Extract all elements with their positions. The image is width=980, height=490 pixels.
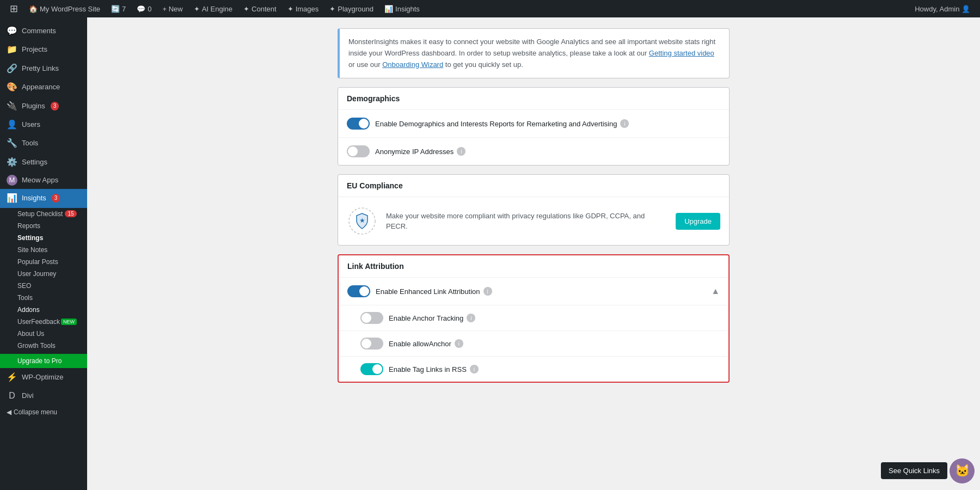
see-quick-links-button[interactable]: See Quick Links xyxy=(881,462,947,479)
svg-text:★: ★ xyxy=(359,217,365,224)
compliance-description: Make your website more compliant with pr… xyxy=(386,211,667,232)
link-attribution-collapse-arrow[interactable]: ▲ xyxy=(711,286,720,296)
allow-anchor-info-icon[interactable]: i xyxy=(455,339,463,348)
submenu-popular-posts[interactable]: Popular Posts xyxy=(0,256,87,268)
sidebar-item-tools[interactable]: 🔧 Tools xyxy=(0,134,87,152)
sidebar-item-comments[interactable]: 💬 Comments xyxy=(0,22,87,40)
eu-compliance-header: EU Compliance xyxy=(338,175,729,197)
plugins-badge: 3 xyxy=(51,102,59,111)
link-attribution-sub-row-2: Enable Tag Links in RSS i xyxy=(339,357,728,382)
admin-bar: ⊞ 🏠 My WordPress Site 🔄 7 💬 0 + New ✦ AI… xyxy=(0,0,980,17)
sidebar-item-settings[interactable]: ⚙️ Settings xyxy=(0,153,87,171)
adminbar-howdy[interactable]: Howdy, Admin 👤 xyxy=(910,5,975,13)
adminbar-content[interactable]: ✦ Content xyxy=(239,0,281,17)
sidebar-item-divi[interactable]: D Divi xyxy=(0,387,87,405)
insights-icon: 📊 xyxy=(384,5,393,13)
adminbar-ai-engine[interactable]: ✦ AI Engine xyxy=(189,0,237,17)
adminbar-new[interactable]: + New xyxy=(158,0,187,17)
sidebar-item-users[interactable]: 👤 Users xyxy=(0,115,87,134)
enable-allow-anchor-toggle[interactable] xyxy=(360,338,383,350)
settings-icon: ⚙️ xyxy=(7,156,17,168)
demographics-row-0: Enable Demographics and Interests Report… xyxy=(338,110,729,138)
setup-checklist-badge: 15 xyxy=(65,210,76,217)
demographics-header: Demographics xyxy=(338,88,729,110)
submenu-userfeedback[interactable]: UserFeedback NEW xyxy=(0,316,87,328)
submenu-reports[interactable]: Reports xyxy=(0,220,87,232)
adminbar-insights[interactable]: 📊 Insights xyxy=(380,0,424,17)
updates-icon: 🔄 xyxy=(111,5,120,13)
wp-logo[interactable]: ⊞ xyxy=(5,3,22,15)
plugins-icon: 🔌 xyxy=(7,100,17,112)
toggle-knob xyxy=(359,119,369,128)
enable-tag-links-rss-toggle[interactable] xyxy=(360,363,383,375)
submenu-about-us[interactable]: About Us xyxy=(0,328,87,340)
enable-demographics-toggle[interactable] xyxy=(347,118,370,130)
submenu-seo[interactable]: SEO xyxy=(0,280,87,292)
toggle-knob-2 xyxy=(348,146,358,156)
pretty-links-icon: 🔗 xyxy=(7,63,17,75)
divi-icon: D xyxy=(7,390,17,402)
submenu-setup-checklist[interactable]: Setup Checklist 15 xyxy=(0,208,87,220)
submenu-growth-tools[interactable]: Growth Tools xyxy=(0,340,87,352)
submenu-user-journey[interactable]: User Journey xyxy=(0,268,87,280)
onboarding-wizard-link[interactable]: Onboarding Wizard xyxy=(382,60,443,69)
images-icon: ✦ xyxy=(287,5,293,13)
getting-started-link[interactable]: Getting started video xyxy=(649,49,714,57)
adminbar-comments[interactable]: 💬 0 xyxy=(132,0,156,17)
users-icon: 👤 xyxy=(7,119,17,131)
eu-compliance-upgrade-button[interactable]: Upgrade xyxy=(676,213,720,230)
toggle-knob-allow-anchor xyxy=(362,339,371,348)
upgrade-to-pro-button[interactable]: Upgrade to Pro xyxy=(0,354,87,368)
link-attribution-sub-row-0: Enable Anchor Tracking i xyxy=(339,305,728,331)
userfeedback-new-badge: NEW xyxy=(61,318,77,325)
wp-optimize-icon: ⚡ xyxy=(7,371,17,383)
sidebar-item-appearance[interactable]: 🎨 Appearance xyxy=(0,78,87,96)
site-icon: 🏠 xyxy=(29,5,38,13)
toggle-knob-anchor xyxy=(362,313,371,323)
admin-avatar-icon: 👤 xyxy=(961,5,970,13)
link-attribution-section: Link Attribution Enable Enhanced Link At… xyxy=(338,254,730,383)
submenu-site-notes[interactable]: Site Notes xyxy=(0,244,87,256)
link-attribution-info-icon[interactable]: i xyxy=(483,287,492,296)
anonymize-ip-info-icon[interactable]: i xyxy=(457,147,465,156)
content-icon: ✦ xyxy=(243,5,249,13)
sidebar-item-meow-apps[interactable]: M Meow Apps xyxy=(0,171,87,189)
demographics-section: Demographics Enable Demographics and Int… xyxy=(338,87,730,166)
sidebar-item-plugins[interactable]: 🔌 Plugins 3 xyxy=(0,97,87,115)
demographics-row-1: Anonymize IP Addresses i xyxy=(338,138,729,165)
anchor-tracking-info-icon[interactable]: i xyxy=(467,314,475,322)
enable-anchor-tracking-toggle[interactable] xyxy=(360,312,383,324)
quick-links-avatar[interactable]: 🐱 xyxy=(950,458,975,483)
wp-wrap: 💬 Comments 📁 Projects 🔗 Pretty Links 🎨 A… xyxy=(0,0,980,490)
sidebar-item-projects[interactable]: 📁 Projects xyxy=(0,40,87,59)
admin-menu: 💬 Comments 📁 Projects 🔗 Pretty Links 🎨 A… xyxy=(0,17,87,490)
link-attribution-sub-row-1: Enable allowAnchor i xyxy=(339,331,728,357)
comment-icon: 💬 xyxy=(137,5,145,13)
projects-icon: 📁 xyxy=(7,44,17,56)
compliance-shield-icon: ★ xyxy=(347,206,377,236)
intro-box: MonsterInsights makes it easy to connect… xyxy=(338,28,730,78)
sidebar-item-insights[interactable]: 📊 Insights 3 xyxy=(0,189,87,207)
adminbar-images[interactable]: ✦ Images xyxy=(283,0,323,17)
demographics-info-icon[interactable]: i xyxy=(620,119,629,128)
adminbar-playground[interactable]: ✦ Playground xyxy=(325,0,378,17)
submenu-addons[interactable]: Addons xyxy=(0,304,87,316)
submenu-settings[interactable]: Settings xyxy=(0,232,87,244)
tag-links-rss-info-icon[interactable]: i xyxy=(470,365,479,373)
submenu-tools[interactable]: Tools xyxy=(0,292,87,304)
eu-compliance-inner: ★ Make your website more compliant with … xyxy=(338,197,729,245)
toggle-knob-tag-links xyxy=(372,364,382,374)
anonymize-ip-toggle[interactable] xyxy=(347,145,370,157)
collapse-menu-button[interactable]: ◀ Collapse menu xyxy=(0,405,87,419)
adminbar-updates[interactable]: 🔄 7 xyxy=(107,0,130,17)
enable-link-attribution-toggle[interactable] xyxy=(347,285,370,297)
playground-icon: ✦ xyxy=(329,5,335,13)
sidebar-item-pretty-links[interactable]: 🔗 Pretty Links xyxy=(0,59,87,78)
adminbar-site[interactable]: 🏠 My WordPress Site xyxy=(24,0,105,17)
collapse-icon: ◀ xyxy=(7,408,11,416)
tools-icon: 🔧 xyxy=(7,137,17,149)
sidebar-item-wp-optimize[interactable]: ⚡ WP-Optimize xyxy=(0,368,87,387)
insights-badge: 3 xyxy=(52,194,60,203)
main-content: MonsterInsights makes it easy to connect… xyxy=(87,17,980,490)
eu-compliance-section: EU Compliance ★ Make y xyxy=(338,174,730,246)
